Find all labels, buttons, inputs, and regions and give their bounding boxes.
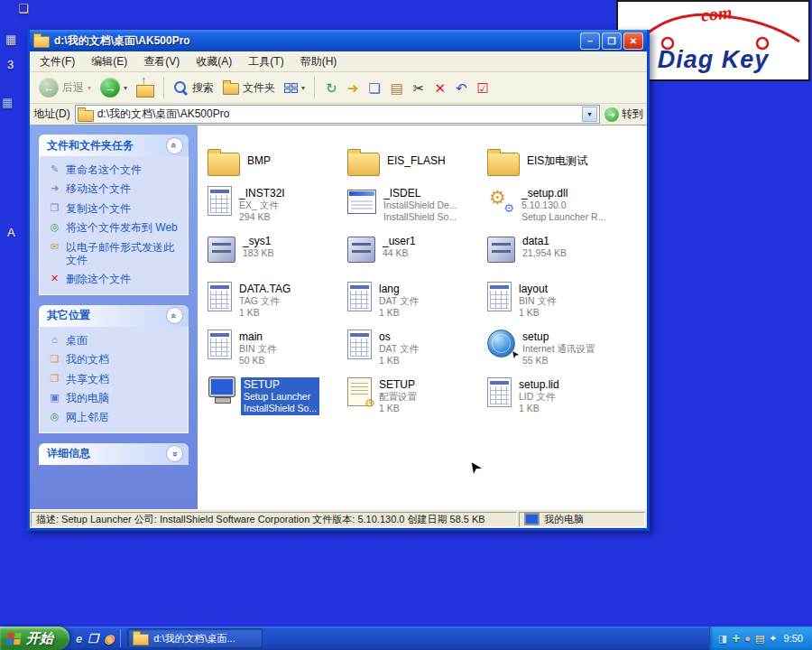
file-item[interactable]: setup.lidLID 文件1 KB	[486, 376, 624, 424]
title-bar[interactable]: d:\我的文档\桌面\AK500Pro – ❐ ✕	[30, 30, 647, 51]
sidebar-item[interactable]: ✉以电子邮件形式发送此文件	[49, 241, 180, 267]
search-button[interactable]: 搜索	[169, 79, 218, 98]
maximize-button[interactable]: ❐	[602, 32, 622, 50]
panel-header[interactable]: 其它位置«	[39, 305, 189, 327]
go-button[interactable]: ➔ 转到	[604, 107, 643, 122]
menu-item[interactable]: 编辑(E)	[83, 52, 135, 71]
cabinet-icon	[208, 237, 235, 263]
menu-item[interactable]: 文件(F)	[32, 52, 83, 71]
file-name: setup	[522, 330, 595, 343]
file-item[interactable]: _INST32IEX_ 文件294 KB	[207, 185, 345, 233]
start-button[interactable]: 开始	[0, 627, 69, 650]
menu-item[interactable]: 工具(T)	[240, 52, 291, 71]
sidebar-item[interactable]: ✎重命名这个文件	[49, 163, 180, 176]
panel-header[interactable]: 详细信息«	[39, 443, 189, 465]
my-computer-icon	[524, 513, 540, 525]
file-name: _sys1	[243, 235, 273, 247]
file-item[interactable]: EIS加电测试	[486, 137, 624, 185]
panel-header[interactable]: 文件和文件夹任务«	[39, 135, 189, 156]
file-item[interactable]: osDAT 文件1 KB	[346, 329, 484, 376]
copy-file-icon: ❐	[49, 202, 60, 214]
address-folder-icon	[78, 110, 94, 122]
status-location: 我的电脑	[544, 513, 584, 526]
back-button[interactable]: ← 后退 ▾	[34, 76, 96, 99]
refresh-icon[interactable]: ↻	[326, 81, 337, 95]
file-item[interactable]: _setup.dll5.10.130.0Setup Launcher R...	[486, 185, 624, 233]
sidebar-item[interactable]: ❏我的文档	[49, 353, 180, 366]
sidebar-item-label: 将这个文件发布到 Web	[66, 221, 178, 234]
tray-icon[interactable]: ✚	[732, 633, 740, 645]
task-button[interactable]: d:\我的文档\桌面...	[127, 628, 263, 648]
sidebar-item[interactable]: ◎将这个文件发布到 Web	[49, 221, 180, 234]
file-list-area: BMPEIS_FLASHEIS加电测试_INST32IEX_ 文件294 KB_…	[198, 125, 647, 509]
sidebar-item[interactable]: ❐复制这个文件	[49, 202, 180, 215]
desktop-edge-icon[interactable]: 3	[7, 58, 14, 71]
file-item[interactable]: langDAT 文件1 KB	[346, 281, 484, 329]
sidebar-item[interactable]: ✕删除这个文件	[49, 273, 180, 285]
desktop-edge-icon[interactable]: ▦	[5, 32, 16, 46]
file-item[interactable]: DATA.TAGTAG 文件1 KB	[207, 281, 345, 329]
file-item[interactable]: SETUPSetup LauncherInstallShield So...	[207, 376, 345, 424]
menu-item[interactable]: 帮助(H)	[292, 52, 346, 71]
file-item[interactable]: mainBIN 文件50 KB	[207, 329, 345, 376]
sidebar-item[interactable]: ◎网上邻居	[49, 411, 180, 423]
tray-icon[interactable]: ●	[744, 633, 751, 644]
up-button[interactable]	[132, 76, 159, 99]
file-item[interactable]: EIS_FLASH	[346, 137, 484, 185]
forward-button[interactable]: → ▾	[96, 76, 132, 99]
delete-icon[interactable]: ✕	[434, 81, 446, 95]
menu-item[interactable]: 收藏(A)	[188, 52, 240, 71]
tray-icon[interactable]: ▤	[755, 633, 764, 645]
clock[interactable]: 9:50	[784, 633, 803, 644]
file-item[interactable]: setupInternet 通讯设置55 KB	[486, 329, 624, 376]
file-item[interactable]: _user144 KB	[346, 233, 484, 281]
file-name: layout	[519, 283, 556, 295]
desktop-edge-icon[interactable]: ❏	[18, 2, 29, 15]
ie-icon[interactable]: e	[76, 632, 82, 645]
file-detail: BIN 文件	[239, 343, 276, 355]
desktop-edge-icon[interactable]: ▦	[2, 96, 13, 109]
undo-icon[interactable]: ↶	[456, 81, 467, 95]
network-places-icon: ◎	[49, 411, 60, 422]
desktop-edge-icon[interactable]: A	[7, 226, 15, 239]
media-player-icon[interactable]: ◉	[104, 632, 114, 645]
file-item[interactable]: BMP	[207, 137, 345, 185]
sidebar-item[interactable]: ⌂桌面	[49, 334, 180, 347]
chevron-icon[interactable]: «	[166, 307, 183, 324]
tray-icons: ◨✚●▤✦	[718, 633, 778, 645]
sidebar-item[interactable]: ❐共享文档	[49, 373, 180, 385]
go-label: 转到	[622, 107, 643, 122]
address-dropdown-button[interactable]: ▾	[582, 107, 597, 122]
file-detail: 5.10.130.0	[521, 200, 605, 211]
show-desktop-icon[interactable]: ❐	[88, 632, 98, 645]
minimize-button[interactable]: –	[580, 32, 600, 50]
menu-item[interactable]: 查看(V)	[135, 52, 188, 71]
file-text: osDAT 文件1 KB	[376, 330, 421, 367]
folder-icon	[487, 153, 520, 176]
file-item[interactable]: layoutBIN 文件1 KB	[486, 281, 624, 329]
cut-icon[interactable]: ✂	[413, 81, 425, 95]
file-item[interactable]: SETUP配置设置1 KB	[346, 376, 484, 424]
file-detail: Internet 通讯设置	[522, 343, 595, 355]
check-icon[interactable]: ☑	[477, 81, 489, 95]
chevron-icon[interactable]: «	[166, 445, 183, 462]
move-to-icon[interactable]: ➜	[347, 81, 359, 95]
views-button[interactable]: ▾	[280, 81, 309, 95]
tray-icon[interactable]: ◨	[718, 633, 727, 645]
file-detail: 1 KB	[379, 307, 419, 319]
sidebar-item[interactable]: ▣我的电脑	[49, 392, 180, 404]
file-item[interactable]: _ISDELInstallShield De...InstallShield S…	[346, 185, 484, 233]
file-item[interactable]: _sys1183 KB	[207, 233, 345, 281]
file-detail: Setup Launcher R...	[521, 211, 605, 223]
tray-icon[interactable]: ✦	[769, 633, 777, 645]
copy-to-icon[interactable]: ❏	[368, 81, 380, 95]
close-button[interactable]: ✕	[623, 32, 643, 50]
sidebar-item[interactable]: ➜移动这个文件	[49, 182, 180, 195]
file-item[interactable]: data121,954 KB	[486, 233, 624, 281]
folders-button[interactable]: 文件夹	[218, 79, 280, 98]
paste-icon[interactable]: ▤	[391, 81, 403, 95]
chevron-icon[interactable]: «	[166, 137, 183, 154]
status-location-zone: 我的电脑	[519, 512, 645, 527]
address-input[interactable]: d:\我的文档\桌面\AK500Pro ▾	[75, 105, 600, 124]
sidebar-panel: 文件和文件夹任务«✎重命名这个文件➜移动这个文件❐复制这个文件◎将这个文件发布到…	[39, 135, 189, 295]
